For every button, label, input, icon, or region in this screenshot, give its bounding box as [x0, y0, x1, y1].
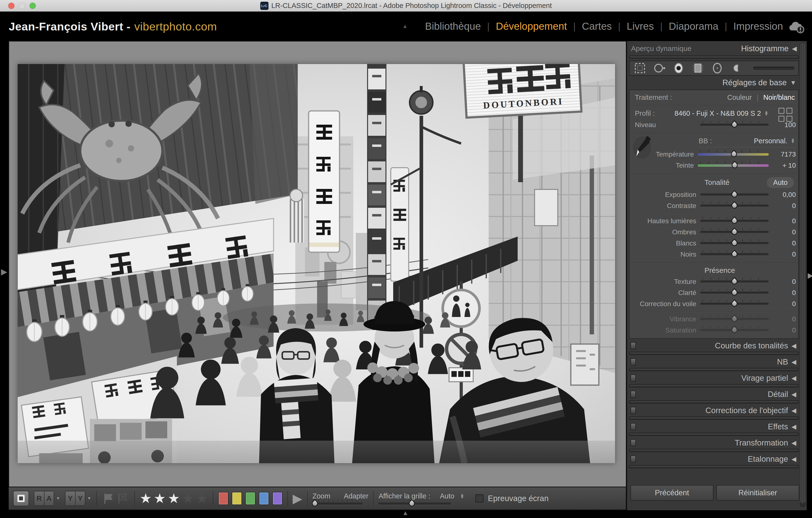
texture-slider[interactable] [700, 280, 769, 283]
identity-plate[interactable]: Jean-François Vibert - vibertphoto.com [9, 11, 217, 41]
contrast-value[interactable]: 0 [769, 202, 796, 210]
treatment-bw-option[interactable]: Noir/blanc [763, 93, 795, 101]
sync-cloud-icon[interactable] [788, 19, 805, 34]
panel-bw[interactable]: NB ◀ [629, 356, 799, 367]
profile-value[interactable]: 8460 - Fuji X - N&B 009 S 2 [674, 110, 761, 117]
module-diaporama[interactable]: Diaporama [669, 21, 718, 32]
spot-removal-tool-icon[interactable] [653, 62, 666, 75]
photo-canvas[interactable]: DOUTONBORI [18, 64, 615, 463]
panel-collapse-icon[interactable]: ◀ [791, 358, 796, 366]
grid-mode-select[interactable]: Auto ▲▼ [440, 492, 464, 500]
dehaze-value[interactable]: 0 [769, 300, 796, 308]
star-rating[interactable]: ★ ★ ★ ★ ★ [140, 492, 208, 505]
grid-slider[interactable] [378, 502, 451, 505]
blacks-slider[interactable] [700, 253, 769, 255]
before-after-caret-icon[interactable]: ▼ [56, 496, 60, 501]
histogram-collapse-icon[interactable]: ◀ [792, 45, 797, 53]
rating-star[interactable]: ★ [182, 492, 194, 505]
rating-star[interactable]: ★ [196, 492, 208, 505]
profile-arrows-icon[interactable]: ▲▼ [764, 111, 768, 116]
panel-lens-corrections[interactable]: Corrections de l'objectif ◀ [629, 405, 799, 416]
color-label-chip[interactable] [259, 492, 269, 505]
zoom-slider[interactable] [313, 502, 363, 505]
rating-star[interactable]: ★ [140, 492, 152, 505]
panel-effects[interactable]: Effets ◀ [629, 421, 799, 432]
panel-collapse-icon[interactable]: ◀ [791, 455, 796, 463]
panel-collapse-icon[interactable]: ◀ [791, 423, 796, 430]
split-view-button[interactable]: Y Y [65, 491, 85, 506]
auto-tone-button[interactable]: Auto [767, 177, 794, 188]
histogram-collapsed-strip[interactable] [629, 56, 799, 59]
niveau-slider[interactable] [700, 124, 769, 126]
reset-button[interactable]: Réinitialiser [716, 485, 799, 500]
temp-slider[interactable] [698, 153, 769, 156]
module-bibliotheque[interactable]: Bibliothèque [425, 21, 481, 32]
color-label-chip[interactable] [232, 492, 242, 505]
panel-calibration[interactable]: Etalonnage ◀ [629, 454, 799, 465]
zoom-label[interactable]: Zoom [313, 492, 330, 500]
panel-toggle-switch[interactable] [631, 342, 636, 349]
panel-toggle-switch[interactable] [631, 374, 636, 382]
wb-arrows-icon[interactable]: ▲▼ [791, 138, 795, 143]
basic-expand-icon[interactable]: ▼ [790, 79, 796, 87]
loupe-view-button[interactable] [13, 491, 29, 506]
niveau-value[interactable]: 100 [769, 121, 796, 129]
panel-collapse-icon[interactable]: ◀ [791, 439, 796, 447]
panel-collapse-icon[interactable]: ◀ [791, 391, 796, 398]
panel-split-toning[interactable]: Virage partiel ◀ [629, 372, 799, 384]
panel-tone-curve[interactable]: Courbe des tonalités ◀ [629, 340, 799, 351]
panel-scrollbar[interactable] [800, 42, 806, 507]
panel-detail[interactable]: Détail ◀ [629, 389, 799, 400]
crop-tool-icon[interactable] [633, 62, 646, 75]
temp-value[interactable]: 7173 [769, 151, 796, 158]
histogram-header[interactable]: Aperçu dynamique Histogramme ◀ [629, 42, 799, 55]
color-label-chip[interactable] [272, 492, 283, 505]
whites-slider[interactable] [700, 242, 769, 244]
minimize-button[interactable] [19, 3, 25, 9]
zoom-window-button[interactable] [29, 3, 36, 9]
panel-collapse-icon[interactable]: ◀ [791, 374, 796, 382]
vibrance-slider[interactable] [700, 318, 769, 321]
whites-value[interactable]: 0 [769, 239, 796, 247]
hide-right-panel-arrow[interactable]: ▶ [808, 271, 812, 279]
show-left-panel-arrow[interactable]: ▶ [1, 267, 7, 276]
panel-collapse-icon[interactable]: ◀ [791, 407, 796, 414]
wb-eyedropper-icon[interactable] [632, 135, 652, 160]
red-eye-tool-icon[interactable] [672, 62, 685, 75]
grid-slider-thumb[interactable] [408, 499, 416, 508]
previous-button[interactable]: Précédent [631, 485, 714, 500]
panel-scrollbar-thumb[interactable] [801, 42, 805, 503]
adjustment-brush-tool-icon[interactable] [730, 62, 747, 75]
before-after-button[interactable]: R A [34, 491, 54, 506]
saturation-slider[interactable] [700, 329, 769, 332]
wb-value[interactable]: Personnal. [754, 137, 788, 145]
soft-proof-checkbox[interactable] [475, 494, 484, 502]
graduated-filter-tool-icon[interactable] [691, 62, 704, 75]
color-label-chip[interactable] [218, 492, 228, 505]
panel-toggle-switch[interactable] [631, 455, 636, 463]
panel-transform[interactable]: Transformation ◀ [629, 437, 799, 449]
radial-filter-tool-icon[interactable] [711, 62, 724, 75]
panel-toggle-switch[interactable] [631, 391, 636, 398]
rating-star[interactable]: ★ [154, 492, 166, 505]
module-cartes[interactable]: Cartes [582, 21, 612, 32]
panel-collapse-icon[interactable]: ◀ [791, 342, 796, 349]
panel-toggle-switch[interactable] [631, 439, 636, 447]
reject-flag-icon[interactable] [117, 493, 128, 504]
texture-value[interactable]: 0 [769, 278, 796, 285]
contrast-slider[interactable] [700, 205, 769, 207]
show-filmstrip-arrow[interactable]: ▲ [402, 509, 409, 517]
color-label-chip[interactable] [245, 492, 256, 505]
panel-toggle-switch[interactable] [631, 358, 636, 366]
exposure-value[interactable]: 0,00 [769, 191, 796, 199]
module-livres[interactable]: Livres [627, 21, 654, 32]
exposure-slider[interactable] [700, 193, 769, 196]
close-button[interactable] [8, 3, 14, 9]
rating-star[interactable]: ★ [168, 492, 180, 505]
shadows-slider[interactable] [700, 231, 769, 234]
basic-panel-header[interactable]: Réglages de base ▼ [629, 75, 799, 90]
hide-top-panel-arrow[interactable]: ▲ [402, 23, 408, 29]
shadows-value[interactable]: 0 [769, 228, 796, 236]
module-impression[interactable]: Impression [733, 21, 783, 32]
highlights-value[interactable]: 0 [769, 217, 796, 225]
